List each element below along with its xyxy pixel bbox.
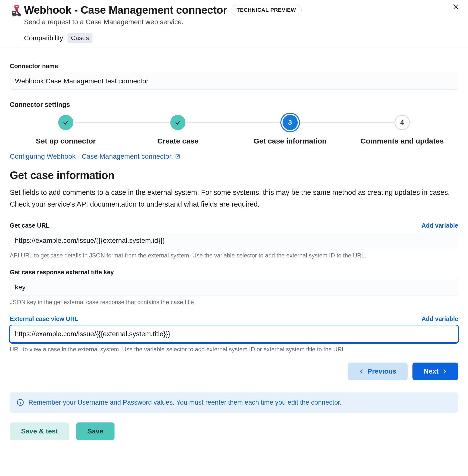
step-comments-updates[interactable]: 4 Comments and updates xyxy=(346,115,458,145)
next-button[interactable]: Next xyxy=(412,363,458,380)
previous-button[interactable]: Previous xyxy=(348,363,408,380)
save-button[interactable]: Save xyxy=(76,422,115,440)
chevron-right-icon xyxy=(442,369,447,374)
step-nav: Previous Next xyxy=(10,363,458,380)
close-icon xyxy=(452,3,459,10)
title-key-help: JSON key in the get external case respon… xyxy=(10,299,458,306)
modal-title: Webhook - Case Management connector xyxy=(24,4,227,16)
compatibility-badge: Cases xyxy=(68,33,92,43)
doc-link[interactable]: Configuring Webhook - Case Management co… xyxy=(10,153,180,160)
add-variable-button[interactable]: Add variable xyxy=(422,222,458,229)
step-number: 4 xyxy=(395,115,410,130)
modal-body: Connector name Connector settings Set up… xyxy=(0,49,468,440)
get-case-url-input[interactable] xyxy=(10,232,458,249)
compatibility-label: Compatibility: xyxy=(24,34,65,42)
view-url-help: URL to view a case in the external syste… xyxy=(10,346,458,353)
modal-subtitle: Send a request to a Case Management web … xyxy=(24,18,458,26)
connector-name-label: Connector name xyxy=(10,63,458,70)
title-key-label: Get case response external title key xyxy=(10,269,458,276)
view-url-input[interactable] xyxy=(10,325,458,343)
check-icon xyxy=(170,115,185,130)
chevron-left-icon xyxy=(359,369,365,374)
close-button[interactable] xyxy=(451,2,461,12)
info-icon xyxy=(17,399,24,406)
connector-settings-heading: Connector settings xyxy=(10,101,458,109)
technical-preview-badge: TECHNICAL PREVIEW xyxy=(231,5,302,15)
step-get-case-info[interactable]: 3 Get case information xyxy=(234,115,346,145)
webhook-icon xyxy=(10,5,24,20)
view-url-label: External case view URL xyxy=(10,315,78,322)
get-case-url-help: API URL to get case details in JSON form… xyxy=(10,252,458,259)
title-key-input[interactable] xyxy=(10,279,458,296)
credentials-callout: Remember your Username and Password valu… xyxy=(10,392,458,413)
add-variable-button[interactable]: Add variable xyxy=(422,315,458,322)
step-number: 3 xyxy=(283,115,298,130)
external-link-icon xyxy=(175,154,180,159)
modal-header: Webhook - Case Management connector TECH… xyxy=(0,0,468,49)
step-create-case[interactable]: Create case xyxy=(122,115,234,145)
step-description: Set fields to add comments to a case in … xyxy=(10,187,458,210)
check-icon xyxy=(58,115,73,130)
step-setup-connector[interactable]: Set up connector xyxy=(10,115,122,145)
connector-modal: Webhook - Case Management connector TECH… xyxy=(0,0,468,450)
connector-name-input[interactable] xyxy=(10,73,458,90)
step-heading: Get case information xyxy=(10,169,458,182)
get-case-url-label: Get case URL xyxy=(10,222,50,229)
save-and-test-button[interactable]: Save & test xyxy=(10,422,69,440)
stepper: Set up connector Create case 3 Get case … xyxy=(10,115,458,145)
footer-actions: Save & test Save xyxy=(10,422,458,440)
